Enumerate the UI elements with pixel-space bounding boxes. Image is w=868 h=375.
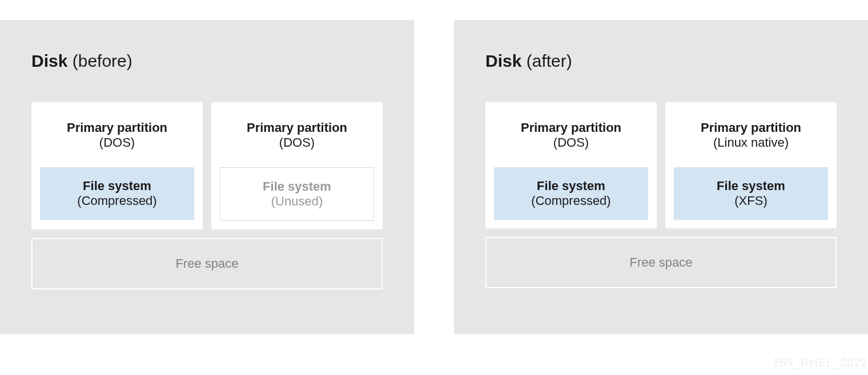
disk-after-panel: Disk (after) Primary partition (DOS) Fil…: [454, 20, 868, 334]
partition-subtitle: (DOS): [494, 135, 648, 150]
filesystem-box-unused: File system (Unused): [220, 167, 374, 221]
filesystem-box: File system (XFS): [674, 167, 828, 220]
free-space-box: Free space: [485, 237, 837, 288]
partition-subtitle: (DOS): [220, 135, 374, 150]
partition-subtitle: (DOS): [40, 135, 194, 150]
partition-title: Primary partition: [220, 120, 374, 135]
filesystem-subtitle: (Compressed): [500, 193, 642, 208]
partition-card: Primary partition (DOS) File system (Unu…: [211, 102, 383, 229]
filesystem-title: File system: [46, 179, 188, 193]
partition-subtitle: (Linux native): [674, 135, 828, 150]
free-space-box: Free space: [31, 238, 383, 289]
partition-card: Primary partition (DOS) File system (Com…: [31, 102, 203, 229]
filesystem-box: File system (Compressed): [494, 167, 648, 220]
partition-card: Primary partition (Linux native) File sy…: [665, 102, 837, 228]
disk-before-partitions-row: Primary partition (DOS) File system (Com…: [31, 102, 383, 229]
watermark: 269_RHEL_0822: [773, 356, 868, 369]
partition-title: Primary partition: [674, 120, 828, 135]
filesystem-subtitle: (Unused): [226, 194, 368, 209]
disk-after-title: Disk (after): [485, 51, 837, 71]
disk-before-title-rest: (before): [67, 51, 132, 70]
partition-card: Primary partition (DOS) File system (Com…: [485, 102, 657, 228]
disk-after-partitions-row: Primary partition (DOS) File system (Com…: [485, 102, 837, 228]
filesystem-title: File system: [226, 179, 368, 194]
disk-before-title: Disk (before): [31, 51, 383, 71]
filesystem-subtitle: (Compressed): [46, 193, 188, 208]
disk-before-panel: Disk (before) Primary partition (DOS) Fi…: [0, 20, 414, 334]
filesystem-title: File system: [500, 179, 642, 193]
filesystem-title: File system: [680, 179, 822, 193]
disk-after-title-rest: (after): [521, 51, 572, 70]
filesystem-subtitle: (XFS): [680, 193, 822, 208]
partition-title: Primary partition: [494, 120, 648, 135]
filesystem-box: File system (Compressed): [40, 167, 194, 220]
disk-before-title-bold: Disk: [31, 51, 67, 70]
disk-after-title-bold: Disk: [485, 51, 521, 70]
partition-title: Primary partition: [40, 120, 194, 135]
